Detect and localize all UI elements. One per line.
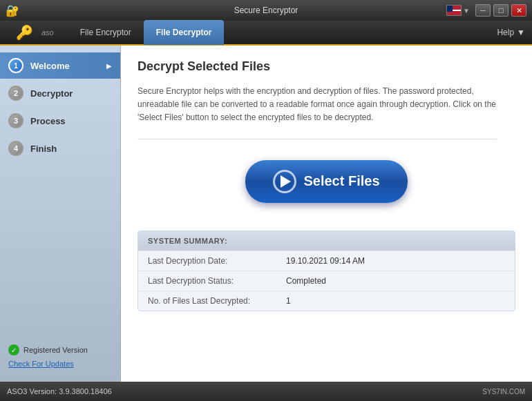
summary-label-status: Last Decryption Status: [148,276,286,286]
summary-row-status: Last Decryption Status: Completed [138,271,515,291]
select-files-btn-area: Select Files [137,160,515,203]
summary-value-status: Completed [286,276,326,286]
title-bar-left: 🔐 [6,4,19,17]
help-arrow-icon: ▼ [517,28,525,37]
summary-row-files: No. of Files Last Decrypted: 1 [138,291,515,311]
tab-file-decryptor[interactable]: File Decryptor [144,20,225,45]
app-logo-icon: 🔐 [6,4,19,17]
sidebar-item-process[interactable]: 3 Process [0,108,120,134]
system-summary-header: SYSTEM SUMMARY: [138,231,515,251]
sidebar-label-process: Process [30,116,66,126]
step-2-circle: 2 [8,86,23,101]
title-bar: 🔐 Secure Encryptor ▼ ─ □ ✕ [0,0,532,21]
summary-row-date: Last Decryption Date: 19.10.2021 09:14 A… [138,251,515,271]
brand-label: aso [41,28,54,37]
close-button[interactable]: ✕ [511,4,526,17]
logo-area: 🔑 [7,21,41,43]
registered-badge: ✓ Registered Version [8,344,112,355]
window-title: Secure Encryptor [234,6,298,15]
step-4-circle: 4 [8,141,23,156]
minimize-button[interactable]: ─ [475,4,491,17]
registered-check-icon: ✓ [8,344,19,355]
maximize-button[interactable]: □ [493,4,509,17]
help-label: Help [497,28,514,37]
content-description: Secure Encryptor helps with the encrypti… [137,85,497,139]
play-arrow-icon [281,175,291,188]
summary-label-files: No. of Files Last Decrypted: [148,296,286,306]
sidebar-item-welcome[interactable]: 1 Welcome ▶ [0,52,120,79]
sidebar-label-decryptor: Decryptor [30,88,73,99]
system-summary: SYSTEM SUMMARY: Last Decryption Date: 19… [137,231,515,311]
registered-label: Registered Version [23,346,88,354]
sidebar-bottom: ✓ Registered Version Check For Updates [0,338,120,375]
check-updates-link[interactable]: Check For Updates [8,360,112,368]
sidebar-label-finish: Finish [30,144,57,154]
summary-value-files: 1 [286,296,291,306]
main-container: 1 Welcome ▶ 2 Decryptor 3 Process 4 Fini… [0,46,532,382]
status-bar: ASO3 Version: 3.9.3800.18406 SYS7IN.COM [0,382,532,401]
version-label: ASO3 Version: 3.9.3800.18406 [7,387,112,395]
sysinfo-logo: SYS7IN.COM [482,388,525,395]
sidebar-item-finish[interactable]: 4 Finish [0,135,120,162]
sidebar-label-welcome: Welcome [30,61,70,71]
step-3-circle: 3 [8,113,23,128]
step-1-circle: 1 [8,58,23,73]
title-bar-controls: ▼ ─ □ ✕ [446,4,526,17]
sidebar-arrow-welcome: ▶ [106,62,112,70]
sidebar: 1 Welcome ▶ 2 Decryptor 3 Process 4 Fini… [0,46,121,382]
select-files-button[interactable]: Select Files [245,160,407,203]
sidebar-item-decryptor[interactable]: 2 Decryptor [0,80,120,106]
help-menu[interactable]: Help ▼ [497,28,525,37]
content-area: Decrypt Selected Files Secure Encryptor … [121,46,532,382]
menu-bar: 🔑 aso File Encryptor File Decryptor Help… [0,21,532,46]
play-circle-icon [273,170,296,193]
tab-file-encryptor[interactable]: File Encryptor [68,20,144,45]
page-title: Decrypt Selected Files [137,59,515,74]
summary-value-date: 19.10.2021 09:14 AM [286,256,365,266]
select-files-label: Select Files [303,173,379,189]
summary-label-date: Last Decryption Date: [148,256,286,266]
lock-icon: 🔑 [16,24,33,41]
